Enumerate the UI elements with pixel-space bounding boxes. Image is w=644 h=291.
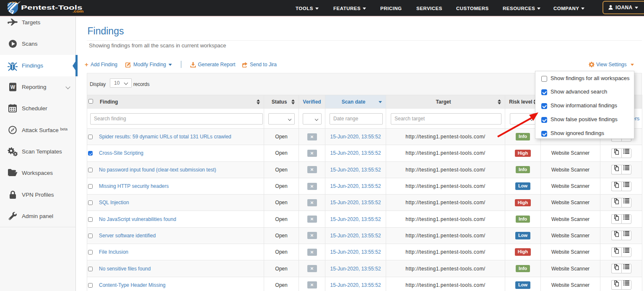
svg-text:W: W bbox=[10, 84, 15, 90]
